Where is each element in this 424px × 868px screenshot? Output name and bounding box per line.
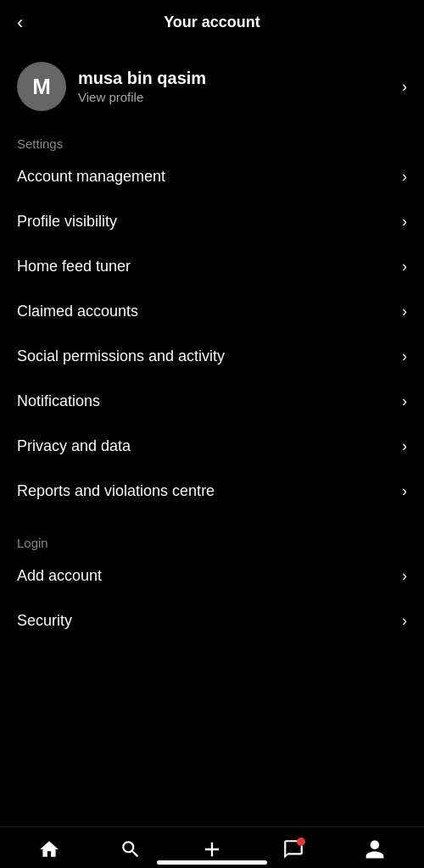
chevron-icon: › (402, 482, 407, 500)
login-section-label: Login (0, 531, 424, 554)
bottom-nav (0, 826, 424, 868)
login-menu: Add account › Security › (0, 554, 424, 643)
settings-menu: Account management › Profile visibility … (0, 154, 424, 514)
menu-item-add-account[interactable]: Add account › (0, 554, 424, 598)
chevron-icon: › (402, 303, 407, 320)
avatar: M (17, 62, 66, 111)
menu-item-home-feed-tuner[interactable]: Home feed tuner › (0, 244, 424, 289)
profile-info: musa bin qasim View profile (78, 69, 393, 104)
menu-item-claimed-accounts[interactable]: Claimed accounts › (0, 289, 424, 334)
profile-nav-icon (363, 837, 387, 861)
chevron-icon: › (402, 213, 407, 231)
back-button[interactable]: ‹ (17, 12, 23, 34)
notification-dot (297, 837, 305, 846)
nav-item-profile[interactable] (363, 837, 387, 861)
profile-name: musa bin qasim (78, 69, 393, 88)
chevron-icon: › (402, 348, 407, 365)
header: ‹ Your account (0, 0, 424, 45)
chevron-icon: › (402, 612, 407, 630)
nav-item-inbox[interactable] (282, 837, 305, 861)
profile-chevron-icon: › (402, 78, 407, 96)
menu-item-security[interactable]: Security › (0, 598, 424, 643)
page-title: Your account (164, 14, 260, 31)
nav-item-search[interactable] (119, 837, 142, 861)
menu-item-privacy-and-data[interactable]: Privacy and data › (0, 424, 424, 469)
home-icon (37, 837, 61, 861)
inbox-icon (282, 837, 305, 861)
menu-item-social-permissions[interactable]: Social permissions and activity › (0, 334, 424, 379)
view-profile-label: View profile (78, 90, 393, 104)
chevron-icon: › (402, 392, 407, 410)
menu-item-reports-violations[interactable]: Reports and violations centre › (0, 469, 424, 514)
nav-item-create[interactable] (200, 837, 224, 861)
menu-item-profile-visibility[interactable]: Profile visibility › (0, 199, 424, 244)
chevron-icon: › (402, 258, 407, 275)
menu-item-account-management[interactable]: Account management › (0, 154, 424, 199)
nav-item-home[interactable] (37, 837, 61, 861)
create-icon (200, 837, 224, 861)
chevron-icon: › (402, 567, 407, 585)
home-indicator (157, 860, 267, 865)
spacer (0, 514, 424, 531)
menu-item-notifications[interactable]: Notifications › (0, 379, 424, 424)
chevron-icon: › (402, 437, 407, 455)
profile-row[interactable]: M musa bin qasim View profile › (0, 45, 424, 131)
settings-section-label: Settings (0, 131, 424, 154)
search-icon (119, 837, 142, 861)
chevron-icon: › (402, 168, 407, 186)
